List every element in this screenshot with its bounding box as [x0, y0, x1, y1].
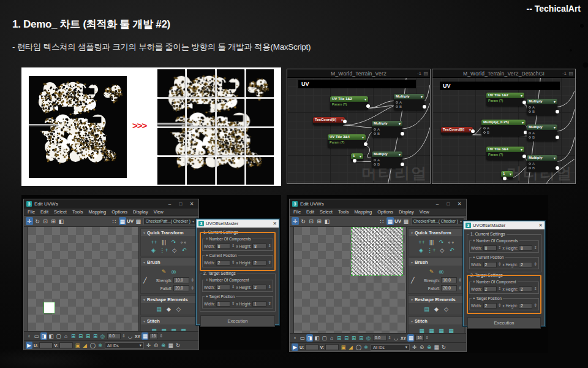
hide-selected-icon[interactable]: ◯ [355, 343, 362, 351]
uv-space-label[interactable]: UV [394, 217, 402, 225]
spinner-icon[interactable]: ⇕ [268, 243, 271, 249]
menu-item-view[interactable]: View [420, 209, 429, 215]
freeform-gizmo-icon[interactable]: ⊞ [50, 217, 57, 225]
stitch-average-icon[interactable]: ▦ [438, 326, 445, 333]
spinner-icon[interactable]: ⇕ [498, 261, 502, 267]
output-pin-icon[interactable] [556, 110, 559, 113]
spinner-icon[interactable]: ⇕ [533, 261, 537, 267]
pelt-grid-icon[interactable]: ∷ [379, 217, 386, 225]
execution-button[interactable]: Execution [200, 315, 275, 327]
stitch-custom-icon[interactable]: ▦ [418, 326, 426, 333]
move-tool-icon[interactable]: ✛ [292, 217, 299, 225]
close-icon[interactable]: ✕ [538, 223, 543, 228]
lock-selection-icon[interactable]: ▣ [340, 343, 347, 351]
uv-viewport[interactable] [294, 227, 406, 333]
output-pin-icon[interactable] [522, 155, 526, 158]
pan-hand-icon[interactable]: ✛ [411, 343, 418, 351]
target-components-height-input[interactable]: 2 [519, 286, 532, 292]
rotate-ccw-icon[interactable]: ↶ [181, 246, 188, 254]
angle-snap-icon[interactable]: ◢ [347, 343, 354, 351]
hide-selected-icon[interactable]: ◯ [89, 342, 96, 349]
input-pin-icon[interactable] [529, 167, 531, 169]
components-height-input[interactable]: 8 [252, 243, 266, 249]
lock-selection-icon[interactable]: ▣ [74, 342, 81, 349]
target-height-input[interactable]: 2 [519, 303, 532, 309]
components-height-input[interactable]: 8 [519, 245, 532, 251]
align-vertical-icon[interactable]: ⋮+ [159, 246, 168, 254]
gizmo-center-icon[interactable]: ◈ [417, 246, 424, 254]
spinner-icon[interactable]: ⇕ [232, 243, 235, 249]
input-pin-icon[interactable] [483, 131, 486, 134]
components-width-input[interactable]: 8 [483, 245, 497, 251]
rotate-cw-icon[interactable]: ↷ [170, 238, 178, 246]
spinner-icon[interactable]: ⇕ [190, 285, 194, 291]
material-id-dropdown[interactable]: All IDs ▾ [105, 342, 144, 349]
target-components-width-input[interactable]: 2 [483, 286, 497, 292]
input-pin-icon[interactable] [529, 132, 531, 134]
output-pin-icon[interactable] [343, 120, 347, 123]
spinner-icon[interactable]: ⇕ [498, 245, 502, 251]
stitch-target-icon[interactable]: ▦ [448, 326, 455, 333]
falloff-shape-icon[interactable]: ╱ [143, 277, 146, 283]
angle-threshold-input[interactable]: 0.0 [107, 333, 121, 339]
align-horizontal-icon[interactable]: ++ [151, 238, 158, 246]
spinner-icon[interactable]: ⇕ [122, 333, 126, 339]
gizmo-center-icon[interactable]: ◈ [149, 246, 157, 254]
zoom-icon[interactable]: ⊙ [153, 342, 159, 349]
render-template-icon[interactable]: ▩ [135, 217, 142, 225]
material-node-1[interactable]: 1▾ [351, 153, 363, 161]
absolute-typein-icon[interactable]: ▶ [292, 343, 298, 351]
grow-selection-icon[interactable]: ⊞ [70, 332, 77, 340]
input-pin-icon[interactable] [374, 163, 376, 166]
output-pin-icon[interactable] [556, 166, 559, 170]
edge-loop-icon[interactable]: ⊞ [85, 332, 91, 340]
output-pin-icon[interactable] [522, 101, 526, 104]
output-pin-icon[interactable] [471, 129, 475, 133]
input-pin-icon[interactable] [529, 110, 531, 113]
vertex-mode-icon[interactable]: ▫ [26, 332, 32, 340]
spinner-icon[interactable]: ⇕ [458, 277, 462, 283]
checker-pattern-dropdown[interactable]: CheckerPatt...( Checker ) ▾ [143, 217, 197, 225]
falloff-curve-icon[interactable]: ◡ [127, 332, 134, 340]
input-pin-icon[interactable] [374, 132, 376, 135]
edge-loop-icon[interactable]: ⊞ [350, 334, 357, 342]
menu-item-edit[interactable]: Edit [306, 209, 314, 215]
shrink-selection-icon[interactable]: ⊟ [77, 332, 84, 340]
execution-button[interactable]: Execution [467, 317, 541, 329]
mirror-tool-icon[interactable]: ◧ [323, 217, 331, 225]
target-components-width-input[interactable]: 2 [216, 285, 230, 290]
spinner-icon[interactable]: ⇕ [388, 335, 391, 341]
output-pin-icon[interactable] [423, 105, 426, 109]
zoom-region-icon[interactable]: ⊕ [160, 342, 167, 349]
edge-mode-icon[interactable]: ▭ [33, 332, 40, 340]
relax-brush-icon[interactable]: ◎ [438, 267, 445, 275]
spinner-icon[interactable]: ⇕ [533, 245, 537, 251]
rotate-tool-icon[interactable]: ↻ [300, 217, 307, 225]
input-pin-icon[interactable] [396, 101, 398, 104]
relax-edges-icon[interactable]: ◇ [443, 305, 450, 313]
stitch-target-icon[interactable]: ▦ [180, 326, 187, 331]
falloff-input[interactable]: 20.0 [173, 285, 189, 291]
close-button[interactable]: ✕ [187, 201, 196, 207]
target-width-input[interactable]: 1 [216, 301, 230, 307]
edge-ring-icon[interactable]: ⊞ [92, 332, 99, 340]
material-node-texcoord-0-[interactable]: TexCoord[0]▾ [441, 127, 473, 135]
edge-mode-icon[interactable]: ▭ [299, 334, 306, 342]
relax-polygon-icon[interactable]: ◆ [165, 305, 173, 313]
material-node-uv-tile-3-4[interactable]: UV Tile 3&4▾Param (?) [328, 134, 366, 148]
relax-polygon-icon[interactable]: ◆ [433, 305, 440, 313]
input-pin-icon[interactable] [483, 127, 486, 129]
falloff-curve-icon[interactable]: ◡ [393, 334, 399, 342]
freeform-gizmo-icon[interactable]: ⊞ [315, 217, 323, 225]
current-height-input[interactable]: 2 [252, 260, 266, 266]
target-components-height-input[interactable]: 2 [252, 285, 266, 290]
menu-item-tools[interactable]: Tools [72, 209, 83, 215]
falloff-shape-icon[interactable]: ╱ [411, 277, 414, 283]
menu-item-mapping[interactable]: Mapping [354, 209, 372, 215]
current-width-input[interactable]: 2 [483, 262, 497, 267]
align-horizontal-icon[interactable]: ++ [418, 238, 426, 246]
mirror-tool-icon[interactable]: ◧ [58, 217, 65, 225]
menu-item-display[interactable]: Display [399, 209, 414, 215]
paint-move-brush-icon[interactable]: ✎ [160, 267, 168, 275]
spinner-icon[interactable]: ⇕ [425, 335, 429, 341]
